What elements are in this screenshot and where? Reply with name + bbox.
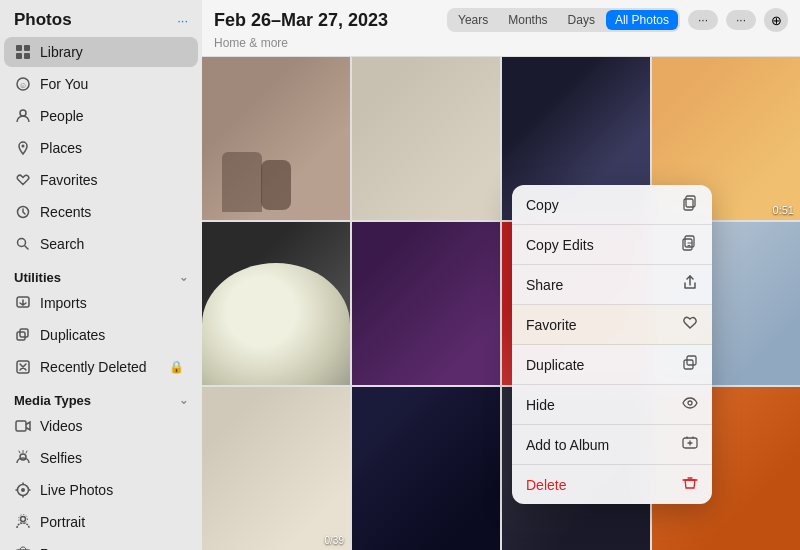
sidebar-item-recents[interactable]: Recents [4,197,198,227]
sidebar-item-panoramas[interactable]: Panoramas [4,539,198,550]
sidebar-item-portrait[interactable]: Portrait [4,507,198,537]
sidebar-item-videos[interactable]: Videos [4,411,198,441]
svg-rect-3 [24,53,30,59]
context-menu-item-copy-edits[interactable]: Copy Edits [512,225,712,265]
sidebar-header: Photos ··· [0,0,202,36]
search-nav-icon [14,235,32,253]
sidebar-item-library-label: Library [40,44,83,60]
main-content: Feb 26–Mar 27, 2023 Years Months Days Al… [202,0,800,550]
utilities-label: Utilities [14,270,61,285]
album-icon [682,435,698,454]
context-menu-item-favorite[interactable]: Favorite [512,305,712,345]
sidebar-item-selfies-label: Selfies [40,450,82,466]
sidebar-edit-button[interactable]: ··· [177,13,188,28]
sidebar-item-imports[interactable]: Imports [4,288,198,318]
filter-all-photos-button[interactable]: All Photos [606,10,678,30]
heart-icon [682,315,698,334]
filter-months-button[interactable]: Months [499,10,556,30]
imports-icon [14,294,32,312]
sidebar-item-selfies[interactable]: Selfies [4,443,198,473]
context-menu-item-share[interactable]: Share [512,265,712,305]
context-menu-duplicate-label: Duplicate [526,357,584,373]
date-range-title: Feb 26–Mar 27, 2023 [214,10,388,31]
sidebar-item-people[interactable]: People [4,101,198,131]
action-button-1[interactable]: ··· [688,10,718,30]
sidebar-item-library[interactable]: Library [4,37,198,67]
svg-rect-21 [686,196,695,207]
svg-rect-24 [683,239,692,250]
context-menu-favorite-label: Favorite [526,317,577,333]
top-bar: Feb 26–Mar 27, 2023 Years Months Days Al… [202,0,800,57]
sidebar-item-for-you-label: For You [40,76,88,92]
svg-rect-22 [684,199,693,210]
svg-rect-2 [16,53,22,59]
people-icon [14,107,32,125]
photo-grid: 0:51 0/39 Copy C [202,57,800,550]
photo-cell-1[interactable] [202,57,350,220]
media-types-chevron-icon[interactable]: ⌄ [179,394,188,407]
utilities-chevron-icon[interactable]: ⌄ [179,271,188,284]
sidebar: Photos ··· Library ☺ For You [0,0,202,550]
sidebar-item-recently-deleted[interactable]: Recently Deleted 🔒 [4,352,198,382]
photo-cell-10[interactable] [352,387,500,550]
top-bar-subtitle: Home & more [214,36,788,50]
utilities-section-header: Utilities ⌄ [0,260,202,287]
photo-cell-2[interactable] [352,57,500,220]
context-menu-copy-edits-label: Copy Edits [526,237,594,253]
sidebar-item-recently-deleted-label: Recently Deleted [40,359,147,375]
sidebar-item-live-photos[interactable]: Live Photos [4,475,198,505]
favorites-icon [14,171,32,189]
context-menu-copy-label: Copy [526,197,559,213]
svg-point-7 [22,145,25,148]
sidebar-item-duplicates[interactable]: Duplicates [4,320,198,350]
svg-point-15 [20,454,26,460]
eye-icon [682,395,698,414]
context-menu-item-delete[interactable]: Delete [512,465,712,504]
sidebar-item-duplicates-label: Duplicates [40,327,105,343]
sidebar-item-places[interactable]: Places [4,133,198,163]
sidebar-item-recents-label: Recents [40,204,91,220]
photo-count-badge: 0/39 [325,535,344,546]
action-button-2[interactable]: ··· [726,10,756,30]
sidebar-item-portrait-label: Portrait [40,514,85,530]
sidebar-item-people-label: People [40,108,84,124]
context-menu-item-copy[interactable]: Copy [512,185,712,225]
library-icon [14,43,32,61]
context-menu-item-duplicate[interactable]: Duplicate [512,345,712,385]
svg-text:☺: ☺ [19,81,27,90]
photo-cell-5[interactable] [202,222,350,385]
photo-cell-6[interactable] [352,222,500,385]
sidebar-item-favorites[interactable]: Favorites [4,165,198,195]
sidebar-item-for-you[interactable]: ☺ For You [4,69,198,99]
filter-buttons-group: Years Months Days All Photos [447,8,680,32]
duplicate-icon [682,355,698,374]
portrait-icon [14,513,32,531]
lock-icon: 🔒 [169,360,184,374]
sidebar-item-search[interactable]: Search [4,229,198,259]
action-button-circle[interactable]: ⊕ [764,8,788,32]
video-duration-badge: 0:51 [773,204,794,216]
context-menu-delete-label: Delete [526,477,566,493]
sidebar-item-search-label: Search [40,236,84,252]
sidebar-item-imports-label: Imports [40,295,87,311]
filter-years-button[interactable]: Years [449,10,497,30]
svg-point-6 [20,110,26,116]
videos-icon [14,417,32,435]
copy-edits-icon [682,235,698,254]
context-menu-item-add-to-album[interactable]: Add to Album [512,425,712,465]
recents-icon [14,203,32,221]
svg-rect-12 [17,332,25,340]
filter-days-button[interactable]: Days [559,10,604,30]
recently-deleted-icon [14,358,32,376]
photo-cell-9[interactable]: 0/39 [202,387,350,550]
media-types-section-header: Media Types ⌄ [0,383,202,410]
share-icon [682,275,698,294]
sidebar-item-live-photos-label: Live Photos [40,482,113,498]
sidebar-item-favorites-label: Favorites [40,172,98,188]
svg-rect-1 [24,45,30,51]
svg-point-17 [21,488,25,492]
media-types-label: Media Types [14,393,91,408]
context-menu-add-to-album-label: Add to Album [526,437,609,453]
context-menu-item-hide[interactable]: Hide [512,385,712,425]
duplicates-icon [14,326,32,344]
